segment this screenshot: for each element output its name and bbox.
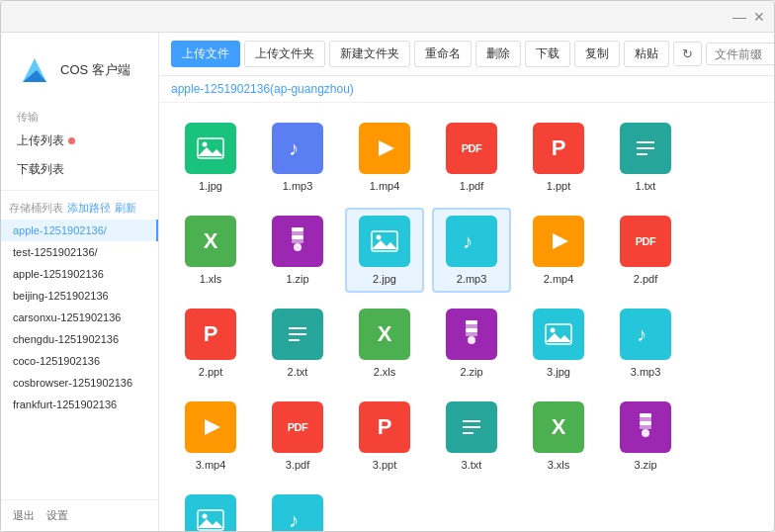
settings-btn[interactable]: 设置 — [46, 508, 68, 523]
file-item[interactable]: ♪ 1.mp3 — [258, 115, 337, 200]
file-item[interactable]: ♪ 2.mp3 — [432, 208, 511, 293]
file-icon: ♪ — [272, 123, 323, 174]
svg-rect-37 — [640, 417, 651, 421]
file-icon: ♪ — [620, 309, 671, 360]
bucket-item[interactable]: apple-1251902136 — [1, 263, 158, 285]
file-icon: X — [359, 309, 410, 360]
file-item[interactable]: ♪ 4.mp3 — [258, 487, 337, 531]
bucket-item[interactable]: apple-1251902136/ — [1, 220, 158, 241]
file-icon — [185, 494, 236, 531]
file-name: 3.xls — [548, 459, 570, 471]
exit-btn[interactable]: 退出 — [13, 508, 35, 523]
file-icon: P — [185, 309, 236, 360]
file-icon — [272, 309, 323, 360]
file-item[interactable]: ♪ 3.mp3 — [606, 301, 685, 386]
file-item[interactable]: 1.txt — [606, 115, 685, 200]
app-window: — ✕ COS 客户端 传输 上传列表 下载列表 — [0, 0, 775, 532]
file-item[interactable]: 1.mp4 — [345, 115, 424, 200]
file-item[interactable]: 3.txt — [432, 394, 511, 479]
sidebar-item-download-list[interactable]: 下载列表 — [1, 155, 158, 184]
sidebar-item-upload-list[interactable]: 上传列表 — [1, 127, 158, 155]
file-icon: PDF — [620, 216, 671, 267]
bucket-controls: 存储桶列表 添加路径 刷新 — [1, 197, 158, 220]
minimize-button[interactable]: — — [732, 10, 746, 24]
file-item[interactable]: 2.txt — [258, 301, 337, 386]
file-name: 2.jpg — [373, 273, 396, 285]
sidebar-footer: 退出 设置 — [1, 499, 158, 531]
file-item[interactable]: X1.xls — [171, 208, 250, 293]
bucket-item[interactable]: cosbrowser-1251902136 — [1, 372, 158, 394]
file-item[interactable]: X2.xls — [345, 301, 424, 386]
file-item[interactable]: 2.jpg — [345, 208, 424, 293]
file-item[interactable]: P3.ppt — [345, 394, 424, 479]
file-item[interactable]: PDF1.pdf — [432, 115, 511, 200]
svg-rect-38 — [640, 421, 651, 425]
file-item[interactable]: 1.zip — [258, 208, 337, 293]
file-icon: X — [533, 401, 584, 453]
svg-point-40 — [642, 429, 649, 437]
close-button[interactable]: ✕ — [752, 10, 766, 24]
new-folder-btn[interactable]: 新建文件夹 — [329, 41, 410, 67]
svg-marker-19 — [553, 233, 568, 249]
search-input[interactable] — [715, 47, 774, 61]
file-name: 1.xls — [200, 273, 222, 285]
main-panel: 上传文件 上传文件夹 新建文件夹 重命名 删除 下载 复制 粘贴 ↻ 🔍 app… — [159, 33, 774, 531]
file-name: 3.pdf — [286, 459, 309, 471]
delete-btn[interactable]: 删除 — [475, 41, 521, 67]
refresh-buckets-btn[interactable]: 刷新 — [115, 201, 136, 216]
file-name: 2.txt — [288, 366, 308, 378]
bucket-item[interactable]: test-1251902136/ — [1, 241, 158, 263]
bucket-item[interactable]: frankfurt-1251902136 — [1, 394, 158, 415]
paste-btn[interactable]: 粘贴 — [624, 41, 669, 67]
file-name: 2.mp4 — [544, 273, 574, 285]
copy-btn[interactable]: 复制 — [574, 41, 620, 67]
bucket-list: apple-1251902136/test-1251902136/apple-1… — [1, 220, 158, 499]
file-name: 1.txt — [636, 180, 656, 192]
file-item[interactable]: 3.jpg — [519, 301, 598, 386]
svg-point-3 — [203, 142, 208, 147]
bucket-item[interactable]: beijing-1251902136 — [1, 285, 158, 307]
file-item[interactable]: 2.zip — [432, 301, 511, 386]
file-item[interactable]: 3.mp4 — [171, 394, 250, 479]
toolbar: 上传文件 上传文件夹 新建文件夹 重命名 删除 下载 复制 粘贴 ↻ 🔍 — [159, 33, 774, 76]
file-icon: P — [359, 401, 410, 453]
file-icon — [185, 401, 236, 453]
file-icon — [185, 123, 236, 174]
file-icon — [359, 123, 410, 174]
file-item[interactable]: 2.mp4 — [519, 208, 598, 293]
file-icon — [359, 216, 410, 267]
file-item[interactable]: P1.ppt — [519, 115, 598, 200]
sidebar-divider — [1, 190, 158, 191]
svg-rect-12 — [292, 235, 303, 239]
add-path-btn[interactable]: 添加路径 — [67, 201, 111, 216]
file-name: 3.mp4 — [196, 459, 226, 471]
title-bar: — ✕ — [1, 1, 774, 33]
svg-rect-25 — [466, 328, 477, 332]
file-item[interactable]: X3.xls — [519, 394, 598, 479]
file-item[interactable]: PDF2.pdf — [606, 208, 685, 293]
file-item[interactable]: PDF3.pdf — [258, 394, 337, 479]
file-name: 3.zip — [634, 459, 656, 471]
svg-point-42 — [203, 514, 208, 519]
upload-file-btn[interactable]: 上传文件 — [171, 41, 240, 67]
upload-badge — [68, 137, 75, 144]
file-item[interactable]: P2.ppt — [171, 301, 250, 386]
refresh-btn[interactable]: ↻ — [673, 42, 702, 66]
file-icon — [620, 401, 671, 453]
file-icon: ♪ — [272, 494, 323, 531]
svg-rect-11 — [292, 231, 303, 235]
svg-marker-4 — [198, 147, 223, 156]
file-item[interactable]: 3.zip — [606, 394, 685, 479]
bucket-item[interactable]: chengdu-1251902136 — [1, 328, 158, 350]
download-btn[interactable]: 下载 — [525, 41, 570, 67]
bucket-item[interactable]: carsonxu-1251902136 — [1, 307, 158, 328]
sidebar: COS 客户端 传输 上传列表 下载列表 存储桶列表 添加路径 刷新 apple… — [1, 33, 159, 531]
upload-folder-btn[interactable]: 上传文件夹 — [244, 41, 325, 67]
bucket-item[interactable]: coco-1251902136 — [1, 350, 158, 372]
file-item[interactable]: 1.jpg — [171, 115, 250, 200]
svg-point-14 — [294, 243, 301, 251]
file-item[interactable]: 4.jpg — [171, 487, 250, 531]
file-icon: ♪ — [446, 216, 497, 267]
rename-btn[interactable]: 重命名 — [414, 41, 472, 67]
svg-rect-36 — [640, 413, 651, 417]
